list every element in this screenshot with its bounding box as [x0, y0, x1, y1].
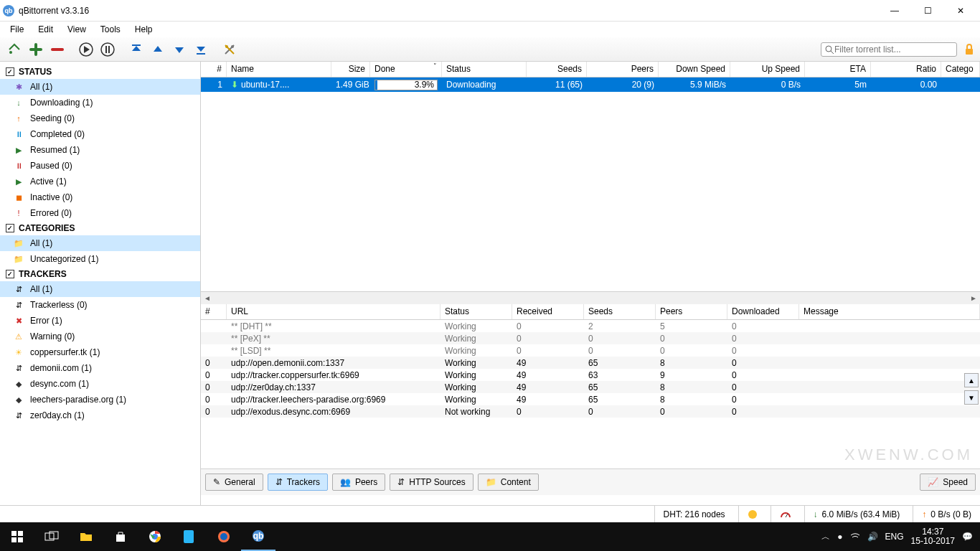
col-eta[interactable]: ETA [805, 62, 871, 77]
sidebar-item[interactable]: ◼Inactive (0) [0, 189, 200, 205]
torrent-row[interactable]: 1⬇ubuntu-17....1.49 GiB3.9%Downloading11… [201, 77, 980, 92]
pause-button[interactable] [98, 39, 118, 60]
tracker-row[interactable]: 0udp://zer0day.ch:1337Working496580 [201, 381, 980, 393]
sidebar-item[interactable]: ↑Seeding (0) [0, 110, 200, 126]
h-scroll[interactable]: ◄► [201, 291, 980, 304]
move-down-button[interactable] [169, 39, 189, 60]
sidebar-item[interactable]: ⇵Trackerless (0) [0, 297, 200, 313]
tray-clock[interactable]: 14:3715-10-2017 [911, 527, 955, 546]
explorer-icon[interactable] [69, 522, 103, 551]
move-up-button[interactable] [148, 39, 168, 60]
sidebar-item[interactable]: ⏸Paused (0) [0, 158, 200, 174]
tray-lang[interactable]: ENG [885, 532, 904, 542]
qbittorrent-task-icon[interactable]: qb [241, 522, 275, 551]
tab-speed[interactable]: 📈Speed [920, 474, 976, 491]
col-ratio[interactable]: Ratio [871, 62, 941, 77]
sidebar-item[interactable]: ◆desync.com (1) [0, 376, 200, 392]
sidebar-item[interactable]: ⇵zer0day.ch (1) [0, 408, 200, 423]
sidebar-item[interactable]: ⏸Completed (0) [0, 126, 200, 142]
tray-chevron-icon[interactable]: ︿ [821, 531, 830, 543]
tracker-list[interactable]: ** [DHT] **Working0250** [PeX] **Working… [201, 320, 980, 469]
tab-peers[interactable]: 👥Peers [332, 474, 385, 491]
sidebar-trackers-header[interactable]: ✓TRACKERS [0, 267, 200, 281]
sidebar-categories-header[interactable]: ✓CATEGORIES [0, 221, 200, 235]
menu-view[interactable]: View [60, 23, 93, 36]
move-bottom-button[interactable] [191, 39, 211, 60]
sidebar-item[interactable]: ⇵demonii.com (1) [0, 360, 200, 376]
close-button[interactable]: ✕ [944, 0, 977, 22]
speed-dial-icon[interactable] [771, 506, 791, 522]
tcol-status[interactable]: Status [440, 304, 512, 319]
up-arrow-icon[interactable]: ▲ [964, 373, 979, 387]
sidebar-item[interactable]: 📁Uncategorized (1) [0, 251, 200, 267]
col-peers[interactable]: Peers [587, 62, 659, 77]
store-icon[interactable] [103, 522, 138, 551]
menu-help[interactable]: Help [128, 23, 160, 36]
sidebar-item[interactable]: ◆leechers-paradise.org (1) [0, 392, 200, 408]
resume-button[interactable] [76, 39, 96, 60]
col-down[interactable]: Down Speed [659, 62, 730, 77]
menu-tools[interactable]: Tools [93, 23, 128, 36]
sidebar-item[interactable]: ⚠Warning (0) [0, 329, 200, 344]
tray-volume-icon[interactable]: 🔊 [867, 532, 878, 542]
sidebar-item[interactable]: ▶Resumed (1) [0, 142, 200, 158]
settings-button[interactable] [220, 39, 240, 60]
torrent-list[interactable]: 1⬇ubuntu-17....1.49 GiB3.9%Downloading11… [201, 77, 980, 291]
sidebar-item[interactable]: ☀coppersurfer.tk (1) [0, 344, 200, 360]
move-top-button[interactable] [126, 39, 146, 60]
sidebar-item[interactable]: ⇵All (1) [0, 281, 200, 297]
tracker-row[interactable]: 0udp://open.demonii.com:1337Working49658… [201, 357, 980, 369]
menu-edit[interactable]: Edit [31, 23, 60, 36]
col-up[interactable]: Up Speed [730, 62, 805, 77]
tab-content[interactable]: 📁Content [478, 474, 539, 491]
tracker-row[interactable]: 0udp://exodus.desync.com:6969Not working… [201, 405, 980, 418]
sidebar-item[interactable]: 📁All (1) [0, 235, 200, 251]
col-num[interactable]: # [201, 62, 227, 77]
tcol-seeds[interactable]: Seeds [584, 304, 656, 319]
notes-icon[interactable] [172, 522, 207, 551]
menu-file[interactable]: File [3, 23, 31, 36]
tcol-num[interactable]: # [201, 304, 227, 319]
col-seeds[interactable]: Seeds [527, 62, 587, 77]
down-arrow-icon[interactable]: ▼ [964, 390, 979, 405]
tray-notifications-icon[interactable]: 💬 [962, 532, 973, 542]
tracker-row[interactable]: 0udp://tracker.leechers-paradise.org:696… [201, 393, 980, 405]
tab-general[interactable]: ✎General [205, 474, 263, 491]
col-category[interactable]: Catego [941, 62, 980, 77]
sidebar-item[interactable]: ↓Downloading (1) [0, 95, 200, 110]
tracker-row[interactable]: ** [DHT] **Working0250 [201, 320, 980, 332]
lock-icon[interactable] [963, 43, 976, 56]
tracker-row[interactable]: ** [PeX] **Working0000 [201, 332, 980, 344]
maximize-button[interactable]: ☐ [911, 0, 944, 22]
system-tray[interactable]: ︿ ● 🔊 ENG 14:3715-10-2017 💬 [814, 527, 980, 546]
sidebar-item[interactable]: ✱All (1) [0, 79, 200, 95]
sidebar-item[interactable]: !Errored (0) [0, 205, 200, 221]
tab-trackers[interactable]: ⇵Trackers [268, 474, 328, 491]
taskview-icon[interactable] [34, 522, 69, 551]
tcol-peers[interactable]: Peers [656, 304, 727, 319]
tcol-dl[interactable]: Downloaded [727, 304, 799, 319]
filter-box[interactable] [821, 42, 957, 57]
sidebar-item[interactable]: ✖Error (1) [0, 313, 200, 329]
minimize-button[interactable]: — [878, 0, 911, 22]
firefox-icon[interactable] [207, 522, 241, 551]
col-size[interactable]: Size [331, 62, 370, 77]
col-done[interactable]: Done˅ [370, 62, 442, 77]
tcol-msg[interactable]: Message [799, 304, 980, 319]
tray-qb-icon[interactable]: ● [837, 532, 842, 542]
tray-wifi-icon[interactable] [850, 532, 860, 541]
sidebar-status-header[interactable]: ✓STATUS [0, 65, 200, 79]
sidebar-item[interactable]: ▶Active (1) [0, 174, 200, 189]
col-status[interactable]: Status [442, 62, 527, 77]
filter-input[interactable] [834, 44, 953, 55]
tracker-row[interactable]: ** [LSD] **Working0000 [201, 344, 980, 357]
tracker-row[interactable]: 0udp://tracker.coppersurfer.tk:6969Worki… [201, 369, 980, 381]
col-name[interactable]: Name [227, 62, 331, 77]
add-link-button[interactable] [4, 39, 24, 60]
tab-http[interactable]: ⇵HTTP Sources [390, 474, 473, 491]
chrome-icon[interactable] [138, 522, 172, 551]
add-torrent-button[interactable] [26, 39, 46, 60]
tcol-url[interactable]: URL [227, 304, 440, 319]
remove-button[interactable] [47, 39, 67, 60]
start-button[interactable] [0, 522, 34, 551]
